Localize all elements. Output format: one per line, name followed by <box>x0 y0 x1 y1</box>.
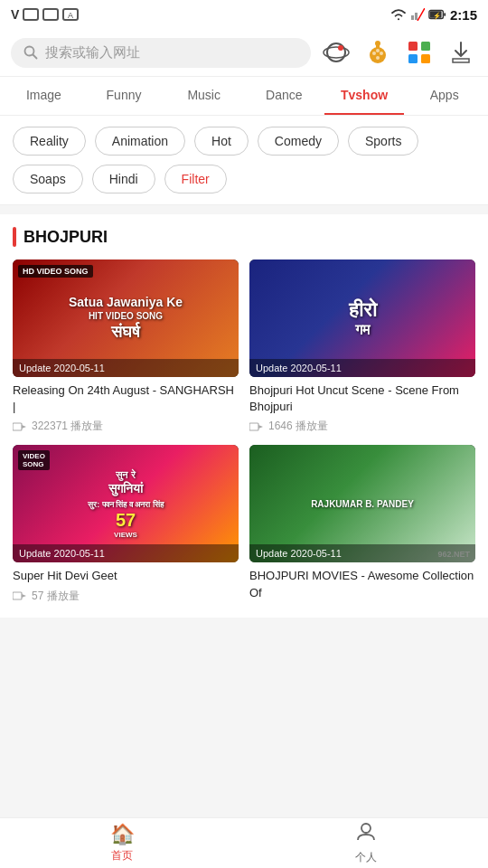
filter-button[interactable]: Filter <box>164 165 227 193</box>
status-right: ⚡ 2:15 <box>390 7 477 23</box>
tab-music[interactable]: Music <box>164 77 244 115</box>
views-icon-1 <box>13 421 27 432</box>
app-icon: V <box>11 7 19 22</box>
profile-icon <box>355 821 377 848</box>
filter-row-2: Soaps Hindi Filter <box>13 165 475 193</box>
thumb-overlay-2: Update 2020-05-11 <box>249 359 475 377</box>
svg-rect-27 <box>421 54 430 63</box>
video-title-1: Releasing On 24th August - SANGHARSH | <box>13 382 239 415</box>
tab-image[interactable]: Image <box>4 77 84 115</box>
filter-row-1: Reality Animation Hot Comedy Sports <box>13 127 475 156</box>
filter-animation[interactable]: Animation <box>95 127 185 156</box>
section-title-text: BHOJPURI <box>23 228 108 247</box>
time-display: 2:15 <box>450 7 477 23</box>
svg-rect-26 <box>408 54 418 63</box>
svg-point-34 <box>361 824 371 833</box>
search-bar-container: 搜索或输入网址 <box>0 29 488 77</box>
thumb-text-2: हीरो गम <box>261 295 465 342</box>
filter-soaps[interactable]: Soaps <box>13 165 83 193</box>
svg-marker-31 <box>258 425 263 429</box>
tab-tvshow[interactable]: Tvshow <box>324 77 405 115</box>
bottom-nav-profile-label: 个人 <box>355 850 377 865</box>
video-thumbnail-1: HD VIDEO SONG Satua Jawaniya Ke HIT VIDE… <box>13 259 239 377</box>
square-icon <box>23 8 39 21</box>
filter-hot[interactable]: Hot <box>194 127 249 156</box>
search-placeholder: 搜索或输入网址 <box>45 44 298 61</box>
thumb-overlay-4: Update 2020-05-11 <box>249 544 475 562</box>
svg-rect-1 <box>43 9 58 20</box>
video-thumbnail-2: हीरो गम Update 2020-05-11 <box>249 259 475 377</box>
svg-point-20 <box>372 52 376 55</box>
search-bar[interactable]: 搜索或输入网址 <box>11 38 311 68</box>
svg-rect-32 <box>13 592 22 599</box>
thumb-text-1: Satua Jawaniya Ke HIT VIDEO SONG संघर्ष <box>24 290 228 347</box>
svg-rect-28 <box>13 423 22 430</box>
bottom-nav-profile[interactable]: 个人 <box>244 818 488 868</box>
thumb-overlay-1: Update 2020-05-11 <box>13 359 239 377</box>
battery-icon: ⚡ <box>428 8 446 21</box>
search-icon <box>23 45 38 60</box>
video-card-4[interactable]: RAJKUMAR B. PANDEY 962.NET Update 2020-0… <box>249 445 475 604</box>
video-title-4: BHOJPURI MOVIES - Awesome Collection Of <box>249 568 475 600</box>
svg-marker-29 <box>22 425 26 429</box>
video-thumbnail-3: VIDEOSONG सुन रे सुगनियां सुर: पवन सिंह … <box>13 445 239 562</box>
video-grid: HD VIDEO SONG Satua Jawaniya Ke HIT VIDE… <box>13 259 475 618</box>
thumb-text-3: सुन रे सुगनियां सुर: पवन सिंह व अनरा सिं… <box>24 466 228 542</box>
status-left: V A <box>11 7 79 22</box>
thumb-text-4: RAJKUMAR B. PANDEY <box>261 495 465 513</box>
svg-point-23 <box>376 56 380 60</box>
bottom-nav-home-label: 首页 <box>111 848 133 863</box>
wifi-icon <box>390 8 407 21</box>
svg-rect-25 <box>421 42 430 51</box>
apps-icon-button[interactable] <box>403 36 436 69</box>
video-title-2: Bhojpuri Hot Uncut Scene - Scene From Bh… <box>249 382 475 415</box>
status-bar: V A ⚡ 2:15 <box>0 0 488 29</box>
video-meta-3: 57 播放量 <box>13 589 239 604</box>
video-thumbnail-4: RAJKUMAR B. PANDEY 962.NET Update 2020-0… <box>249 445 475 562</box>
signal-icon <box>410 8 425 21</box>
filter-hindi[interactable]: Hindi <box>92 165 155 193</box>
thumb-badge-1: HD VIDEO SONG <box>18 265 93 278</box>
section-title: BHOJPURI <box>13 227 475 247</box>
bottom-nav-home[interactable]: 🏠 首页 <box>0 818 244 868</box>
svg-line-13 <box>33 55 37 59</box>
video-card-1[interactable]: HD VIDEO SONG Satua Jawaniya Ke HIT VIDE… <box>13 259 239 434</box>
filter-sports[interactable]: Sports <box>348 127 418 156</box>
svg-rect-24 <box>408 42 418 51</box>
video-meta-1: 322371 播放量 <box>13 419 239 434</box>
home-icon: 🏠 <box>110 823 135 846</box>
thumb-overlay-3: Update 2020-05-11 <box>13 544 239 562</box>
video-card-3[interactable]: VIDEOSONG सुन रे सुगनियां सुर: पवन सिंह … <box>13 445 239 604</box>
views-count-1: 322371 播放量 <box>32 419 103 434</box>
filter-section: Reality Animation Hot Comedy Sports Soap… <box>0 116 488 205</box>
video-title-3: Super Hit Devi Geet <box>13 568 239 584</box>
svg-rect-10 <box>444 13 446 16</box>
views-count-3: 57 播放量 <box>32 589 80 604</box>
svg-marker-33 <box>22 594 26 598</box>
views-icon-3 <box>13 590 27 601</box>
svg-text:⚡: ⚡ <box>433 12 442 20</box>
tab-funny[interactable]: Funny <box>84 77 164 115</box>
svg-rect-0 <box>23 9 38 20</box>
a-icon: A <box>62 8 79 21</box>
svg-text:A: A <box>68 11 73 20</box>
nav-tabs: Image Funny Music Dance Tvshow Apps <box>0 77 488 116</box>
video-card-2[interactable]: हीरो गम Update 2020-05-11 Bhojpuri Hot U… <box>249 259 475 434</box>
video-meta-2: 1646 播放量 <box>249 419 475 434</box>
svg-point-21 <box>380 52 383 55</box>
views-icon-2 <box>249 421 264 432</box>
views-count-2: 1646 播放量 <box>268 419 328 434</box>
svg-rect-4 <box>411 15 414 20</box>
tab-dance[interactable]: Dance <box>244 77 324 115</box>
filter-comedy[interactable]: Comedy <box>258 127 339 156</box>
bottom-nav: 🏠 首页 个人 <box>0 817 488 868</box>
joystick-button[interactable] <box>361 36 394 69</box>
square2-icon <box>42 8 59 21</box>
download-button[interactable] <box>445 36 477 69</box>
planet-button[interactable] <box>320 36 352 69</box>
svg-rect-5 <box>415 13 418 20</box>
filter-reality[interactable]: Reality <box>13 127 86 156</box>
svg-point-22 <box>376 49 380 52</box>
section-title-bar <box>13 227 16 247</box>
tab-apps[interactable]: Apps <box>404 77 484 115</box>
